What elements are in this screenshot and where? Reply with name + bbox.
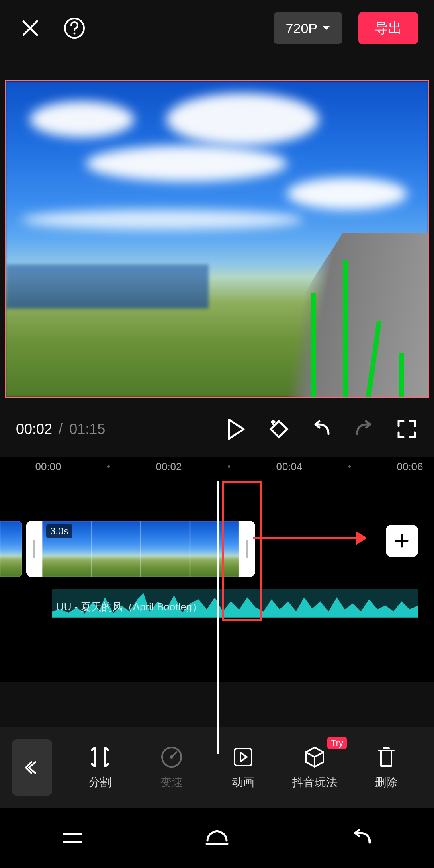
resolution-label: 720P [286, 20, 317, 36]
export-button[interactable]: 导出 [358, 12, 418, 44]
keyframe-icon[interactable] [268, 418, 290, 440]
current-time: 00:02 [16, 421, 52, 437]
close-icon[interactable] [16, 14, 44, 42]
playhead[interactable] [217, 481, 219, 754]
cube-icon [303, 745, 327, 769]
tool-split[interactable]: 分割 [64, 745, 136, 790]
try-badge: Try [327, 737, 347, 749]
time-ruler: 00:00 00:02 00:04 00:06 [0, 457, 434, 477]
fullscreen-icon[interactable] [395, 418, 418, 440]
tool-delete[interactable]: 删除 [350, 745, 422, 790]
time-display: 00:02 / 01:15 [16, 421, 105, 438]
undo-icon[interactable] [310, 418, 333, 440]
timeline[interactable]: 00:00 00:02 00:04 00:06 3.0s [0, 457, 434, 682]
add-clip-button[interactable] [386, 525, 418, 557]
nav-menu-icon[interactable] [58, 824, 86, 852]
video-preview[interactable] [5, 80, 429, 398]
system-nav-bar [0, 808, 434, 868]
tool-douyin[interactable]: Try 抖音玩法 [279, 745, 350, 790]
nav-back-icon[interactable] [348, 824, 376, 852]
audio-label: UU - 夏天的风（April Bootleg） [56, 600, 203, 614]
nav-home-icon[interactable] [203, 824, 231, 852]
annotation-highlight [222, 481, 262, 621]
speed-icon [160, 745, 184, 769]
svg-point-1 [74, 33, 76, 35]
collapse-tools-button[interactable] [12, 739, 52, 796]
svg-rect-4 [235, 749, 252, 766]
tool-speed[interactable]: 变速 [136, 745, 207, 790]
video-clip[interactable]: 3.0s [26, 521, 255, 577]
annotation-arrow [253, 537, 366, 539]
clip-prev-stub[interactable] [0, 521, 22, 577]
animation-icon [231, 745, 255, 769]
clip-handle-left[interactable] [26, 521, 42, 577]
redo-icon[interactable] [353, 418, 375, 440]
total-time: 01:15 [69, 421, 105, 437]
play-icon[interactable] [225, 418, 248, 440]
split-icon [88, 745, 112, 769]
resolution-select[interactable]: 720P [274, 12, 342, 44]
trash-icon [374, 745, 398, 769]
help-icon[interactable] [60, 14, 88, 42]
svg-point-3 [170, 755, 173, 759]
clip-duration: 3.0s [46, 524, 72, 538]
